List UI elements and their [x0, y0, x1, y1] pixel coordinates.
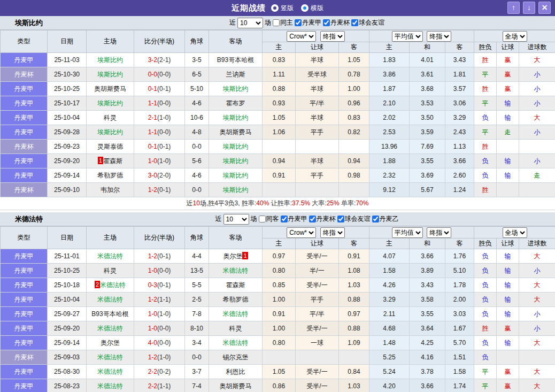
odds-stage-select[interactable]: 终指	[320, 227, 345, 238]
crow-away-odds-cell: 0.94	[339, 154, 369, 168]
result-cell: 负	[474, 307, 497, 321]
radio-icon[interactable]	[271, 4, 279, 12]
league-checkbox[interactable]	[281, 216, 288, 222]
same-venue-checkbox[interactable]	[259, 216, 266, 222]
average-select[interactable]: 平均值	[392, 31, 423, 42]
league-checkbox[interactable]	[309, 216, 316, 222]
crow-handicap-cell: 受半/一	[296, 365, 339, 379]
avg-home-odds-cell: 2.02	[369, 111, 410, 125]
crow-home-odds-cell: 1.05	[263, 365, 296, 379]
average-select[interactable]: 平均值	[392, 227, 423, 238]
league-checkbox[interactable]	[337, 216, 344, 222]
corners-cell: 5-6	[185, 154, 209, 168]
league-filter[interactable]: 丹麦乙	[372, 214, 399, 224]
col-score: 比分(半场)	[134, 227, 185, 249]
average-stage-select[interactable]: 终指	[427, 31, 451, 42]
results-table-1: 类型 日期 主场 比分(半场) 角球 客场 Crow* 终指 平均值 终指	[0, 30, 555, 197]
corners-cell: 3-5	[185, 53, 209, 67]
league-cell: 丹麦甲	[1, 293, 48, 307]
avg-home-odds-cell: 4.07	[369, 249, 410, 264]
match-row: 丹麦甲25-09-28埃斯比约1-1(0-0)4-8奥胡斯费马1.06平手0.8…	[1, 125, 555, 140]
crow-handicap-cell: 受半/一	[296, 249, 339, 264]
scope-select[interactable]: 全场	[503, 31, 527, 42]
horizontal-layout-radio[interactable]: 横版	[301, 4, 323, 13]
same-venue-filter[interactable]: 同主	[273, 18, 293, 27]
league-checkbox[interactable]	[372, 216, 379, 222]
result-cell: 负	[474, 168, 497, 183]
league-checkbox[interactable]	[351, 19, 358, 26]
crow-home-odds-cell: 0.88	[263, 82, 296, 96]
avg-away-odds-cell: 1.81	[445, 67, 474, 82]
away-team-cell: 希勒罗德	[209, 293, 263, 307]
move-down-button[interactable]: ↓	[523, 2, 535, 14]
league-checkbox[interactable]	[323, 19, 330, 26]
avg-home-odds-cell: 2.32	[369, 168, 410, 183]
team-name: 灵斯泰德	[97, 143, 123, 150]
score-cell: 0-3(0-1)	[134, 278, 185, 293]
crow-home-odds-cell	[263, 140, 296, 154]
same-venue-filter[interactable]: 同客	[259, 214, 279, 224]
league-filter[interactable]: 球会友谊	[337, 214, 371, 224]
close-button[interactable]: ✕	[538, 2, 551, 14]
avg-away-odds-cell: 1.67	[445, 321, 474, 336]
league-filter[interactable]: 丹麦甲	[281, 214, 307, 224]
league-filter[interactable]: 丹麦杯	[309, 214, 336, 224]
vertical-layout-radio[interactable]: 竖版	[271, 4, 294, 13]
league-cell: 丹麦甲	[1, 336, 48, 350]
crow-handicap-cell	[296, 350, 339, 365]
crow-away-odds-cell: 0.91	[339, 249, 369, 264]
team-name: 米德法特	[97, 368, 123, 375]
avg-draw-odds-cell: 4.01	[410, 53, 445, 67]
odds-stage-select[interactable]: 终指	[320, 31, 345, 42]
recent-count-select[interactable]: 10	[223, 214, 249, 225]
league-cell: 丹麦甲	[1, 168, 48, 183]
bookmaker-select[interactable]: Crow*	[287, 31, 316, 42]
match-row: 丹麦甲25-11-01米德法特1-2(0-1)4-4奥尔堡10.97受半/一0.…	[1, 249, 555, 264]
crow-handicap-cell: 受半/一	[296, 379, 339, 392]
match-row: 丹麦甲25-08-30米德法特2-2(0-2)3-7利恩比1.05受半/一0.8…	[1, 365, 555, 379]
col-type: 类型	[1, 30, 48, 53]
league-checkbox[interactable]	[295, 19, 302, 26]
col-away: 客场	[209, 30, 263, 53]
vertical-layout-label[interactable]: 竖版	[281, 4, 294, 13]
recent-count-select[interactable]: 10	[237, 18, 263, 28]
summary-row: 近10场,胜4平3负3, 胜率:40% 让胜率:37.5% 大率:25% 单率:…	[0, 197, 555, 210]
col-goals-result: 进球数	[519, 42, 555, 53]
match-row: 丹麦杯25-09-23灵斯泰德0-1(0-1)0-0埃斯比约13.967.691…	[1, 140, 555, 154]
col-date: 日期	[48, 227, 87, 249]
corners-cell: 8-10	[185, 321, 209, 336]
horizontal-layout-label[interactable]: 横版	[311, 4, 323, 13]
goals-result-cell: 小	[519, 321, 555, 336]
league-cell: 丹麦杯	[1, 67, 48, 82]
avg-draw-odds-cell: 3.66	[410, 379, 445, 392]
score-cell: 3-0(2-0)	[134, 168, 185, 183]
handicap-result-cell: 输	[497, 249, 519, 264]
score-cell: 2-2(0-2)	[134, 365, 185, 379]
same-venue-checkbox[interactable]	[273, 19, 280, 26]
crow-away-odds-cell: 1.05	[339, 53, 369, 67]
move-up-button[interactable]: ↑	[507, 2, 520, 14]
recent-results-panel: 近期战绩 竖版 横版 ↑ ↓ ✕ 埃斯比约 近10场同主丹麦甲丹麦杯球会友谊	[0, 0, 555, 392]
league-filter[interactable]: 球会友谊	[351, 18, 384, 27]
scope-select-group: 全场	[474, 227, 555, 239]
radio-selected-icon[interactable]	[301, 4, 309, 12]
league-filter[interactable]: 丹麦杯	[323, 18, 350, 27]
scope-select[interactable]: 全场	[503, 227, 527, 238]
league-filter[interactable]: 丹麦甲	[295, 18, 321, 27]
handicap-result-cell	[497, 350, 519, 365]
crow-away-odds-cell: 0.88	[339, 293, 369, 307]
scope-select-group: 全场	[474, 30, 555, 42]
crow-away-odds-cell: 1.09	[339, 336, 369, 350]
league-filter-label: 丹麦杯	[317, 214, 336, 224]
bookmaker-select[interactable]: Crow*	[287, 227, 316, 238]
avg-away-odds-cell: 2.00	[445, 293, 474, 307]
team-name: 锡尔克堡	[223, 353, 249, 361]
date-cell: 25-10-25	[48, 82, 87, 96]
league-filter-label: 丹麦杯	[330, 18, 350, 27]
league-filter-label: 丹麦甲	[302, 18, 321, 27]
average-stage-select[interactable]: 终指	[427, 227, 451, 238]
goals-result-cell: 大	[519, 293, 555, 307]
result-cell: 负	[474, 278, 497, 293]
home-team-cell: 米德法特	[87, 379, 134, 392]
col-crow-home: 主	[263, 42, 296, 53]
